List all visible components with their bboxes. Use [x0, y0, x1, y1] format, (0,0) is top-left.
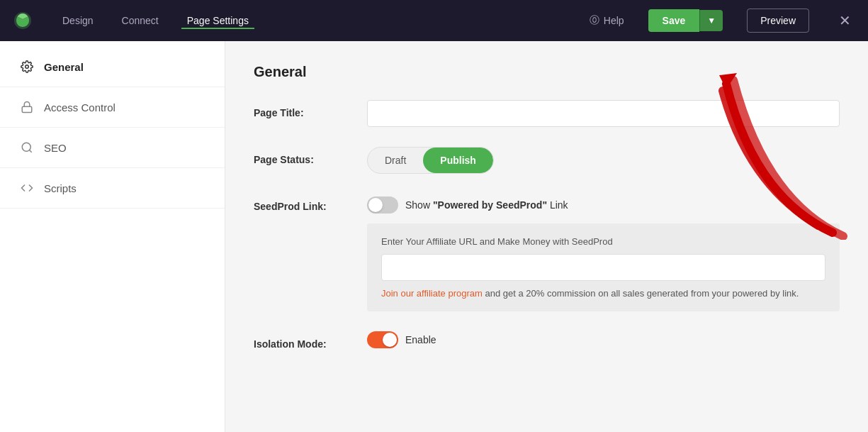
seedprod-brand-text: "Powered by SeedProd"	[433, 199, 547, 211]
sidebar-access-control-label: Access Control	[44, 101, 115, 113]
main-content: General Page Title: Page Status: Draft P…	[225, 41, 868, 432]
lock-icon	[20, 100, 34, 114]
svg-point-0	[26, 65, 29, 69]
sidebar-item-access-control[interactable]: Access Control	[0, 87, 225, 128]
publish-button[interactable]: Publish	[423, 148, 493, 173]
seedprod-toggle-area: Show "Powered by SeedProd" Link	[367, 194, 840, 214]
toggle-track	[367, 196, 398, 214]
isolation-toggle-row: Enable	[367, 331, 840, 348]
seedprod-toggle[interactable]	[367, 196, 398, 214]
svg-line-3	[29, 150, 31, 152]
sidebar-item-seo[interactable]: SEO	[0, 128, 225, 168]
save-button[interactable]: Save	[648, 9, 700, 32]
isolation-mode-control: Enable	[367, 331, 840, 348]
sidebar-seo-label: SEO	[44, 142, 67, 154]
page-status-row: Page Status: Draft Publish	[254, 147, 840, 174]
svg-point-2	[22, 143, 30, 151]
main-layout: General Access Control SEO	[0, 41, 868, 432]
affiliate-cta: Join our affiliate program and get a 20%…	[381, 288, 825, 299]
affiliate-box: Enter Your Affiliate URL and Make Money …	[367, 223, 840, 311]
nav-design[interactable]: Design	[57, 12, 99, 29]
isolation-toggle-thumb	[383, 333, 397, 347]
page-title-control	[367, 100, 840, 127]
isolation-toggle[interactable]	[367, 331, 398, 348]
page-status-control: Draft Publish	[367, 147, 840, 174]
status-toggle: Draft Publish	[367, 147, 494, 174]
toggle-thumb	[368, 198, 383, 212]
nav-connect[interactable]: Connect	[116, 12, 164, 29]
seedprod-link-row: SeedProd Link: Show "Powered by SeedProd…	[254, 194, 840, 311]
page-title-input[interactable]	[367, 100, 840, 127]
isolation-enable-label: Enable	[405, 334, 436, 345]
seedprod-toggle-text: Show "Powered by SeedProd" Link	[405, 199, 568, 211]
preview-button[interactable]: Preview	[747, 9, 809, 33]
affiliate-program-link[interactable]: Join our affiliate program	[381, 288, 483, 299]
search-icon	[20, 140, 34, 155]
code-icon	[20, 181, 34, 195]
sidebar-scripts-label: Scripts	[44, 182, 77, 194]
isolation-mode-label: Isolation Mode:	[254, 331, 353, 350]
sidebar-item-scripts[interactable]: Scripts	[0, 168, 225, 209]
affiliate-description: Enter Your Affiliate URL and Make Money …	[381, 236, 825, 247]
section-title: General	[254, 64, 840, 80]
app-logo	[11, 9, 34, 32]
draft-button[interactable]: Draft	[368, 148, 423, 173]
svg-rect-1	[22, 106, 32, 112]
seedprod-link-control: Show "Powered by SeedProd" Link Enter Yo…	[367, 194, 840, 311]
sidebar-general-label: General	[44, 61, 84, 73]
gear-icon	[20, 60, 34, 74]
close-button[interactable]: ✕	[833, 9, 857, 32]
save-group: Save ▼	[648, 9, 723, 32]
isolation-mode-row: Isolation Mode: Enable	[254, 331, 840, 350]
save-dropdown-button[interactable]: ▼	[699, 10, 723, 31]
top-navigation: Design Connect Page Settings ⓪ Help Save…	[0, 0, 868, 41]
seedprod-link-label: SeedProd Link:	[254, 194, 353, 212]
page-title-label: Page Title:	[254, 100, 353, 118]
nav-page-settings[interactable]: Page Settings	[181, 12, 254, 29]
page-status-label: Page Status:	[254, 147, 353, 165]
sidebar: General Access Control SEO	[0, 41, 225, 432]
page-title-row: Page Title:	[254, 100, 840, 127]
help-icon: ⓪	[590, 14, 599, 27]
sidebar-item-general[interactable]: General	[0, 47, 225, 87]
isolation-toggle-track	[367, 331, 398, 348]
affiliate-url-input[interactable]	[381, 254, 825, 281]
help-button[interactable]: ⓪ Help	[582, 10, 631, 31]
